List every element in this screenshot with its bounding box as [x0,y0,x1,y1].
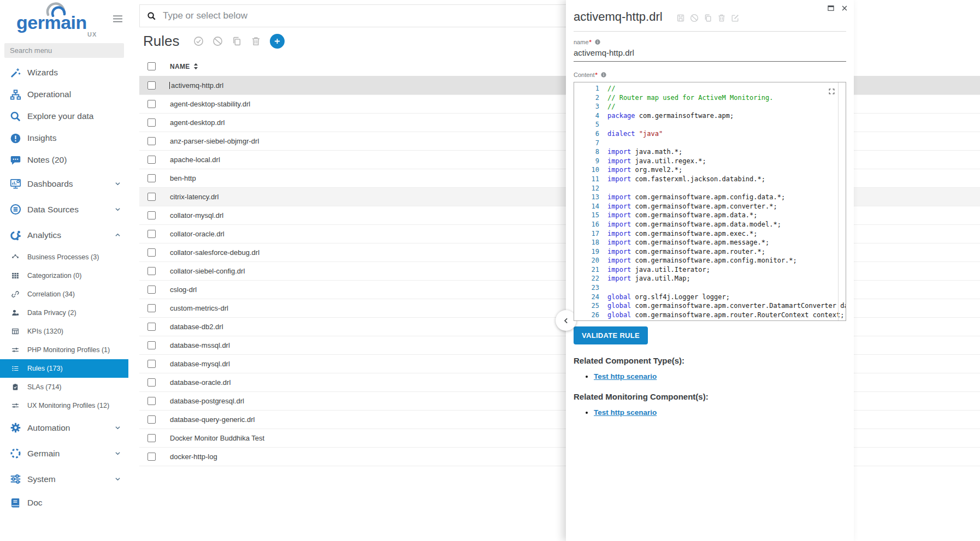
table-row[interactable]: database-query-generic.drl [139,411,980,429]
row-checkbox[interactable] [147,397,156,405]
table-row[interactable]: collator-salesforce-debug.drl [139,243,980,262]
sidebar-item-label: Notes (20) [27,155,67,165]
row-checkbox[interactable] [147,193,156,201]
sidebar-item-categorization-0[interactable]: Categorization (0) [0,266,128,285]
sidebar-item-notes-20[interactable]: Notes (20) [0,149,128,171]
sidebar-search-input[interactable] [4,43,124,58]
ban-icon[interactable] [212,36,223,46]
table-row[interactable]: docker-http-log [139,448,980,466]
sidebar-item-dashboards[interactable]: Dashboards [0,171,128,197]
sidebar-item-label: SLAs (714) [27,383,62,391]
maximize-icon[interactable] [827,4,835,12]
sidebar-item-operational[interactable]: Operational [0,84,128,105]
row-checkbox[interactable] [147,211,156,219]
copy-icon[interactable] [232,36,242,46]
sidebar-item-explore-your-data[interactable]: Explore your data [0,105,128,127]
column-header-name[interactable]: NAME [170,63,190,70]
row-checkbox[interactable] [147,248,156,257]
edit-icon[interactable] [731,14,740,22]
related-link[interactable]: Test http scenario [594,408,657,417]
row-checkbox[interactable] [147,156,156,164]
add-rule-button[interactable] [270,34,285,49]
sidebar-item-insights[interactable]: Insights [0,127,128,149]
table-row[interactable]: database-oracle.drl [139,373,980,392]
name-field-input[interactable] [574,45,846,62]
row-checkbox[interactable] [147,230,156,238]
editor-scrollbar[interactable] [838,82,839,320]
sidebar-item-correlation-34[interactable]: Correlation (34) [0,285,128,304]
circle-check-icon[interactable] [193,36,204,46]
row-checkbox[interactable] [147,286,156,294]
table-row[interactable]: database-mssql.drl [139,336,980,355]
required-asterisk: * [595,72,598,78]
info-icon[interactable] [600,72,607,78]
rule-name: Docker Monitor Buddhika Test [170,434,264,442]
fullscreen-icon[interactable] [828,88,835,95]
sort-icon[interactable] [193,63,198,70]
sidebar-item-analytics[interactable]: Analytics [0,222,128,248]
trash-icon[interactable] [251,36,261,46]
row-checkbox[interactable] [147,378,156,387]
related-link[interactable]: Test http scenario [594,372,657,381]
sidebar-item-automation[interactable]: Automation [0,415,128,441]
row-checkbox[interactable] [147,415,156,424]
table-row[interactable]: collator-oracle.drl [139,225,980,243]
sidebar-item-slas-714[interactable]: SLAs (714) [0,378,128,396]
row-checkbox[interactable] [147,267,156,275]
table-row[interactable]: ben-http [139,169,980,188]
save-icon[interactable] [676,14,685,22]
table-row[interactable]: citrix-latency.drl [139,188,980,206]
row-checkbox[interactable] [147,323,156,331]
code-editor[interactable]: 1//2// Router map used for ActiveM Monit… [574,82,846,321]
sidebar-item-doc[interactable]: Doc [0,492,128,514]
table-row[interactable]: cslog-drl [139,281,980,299]
row-checkbox[interactable] [147,174,156,182]
table-row[interactable]: collator-siebel-config.drl [139,262,980,281]
copy-icon[interactable] [704,14,712,22]
row-checkbox[interactable] [147,453,156,461]
row-checkbox[interactable] [147,118,156,127]
close-icon[interactable] [841,4,848,12]
sidebar-item-wizards[interactable]: Wizards [0,62,128,84]
table-row[interactable]: agent-desktop.drl [139,114,980,132]
row-checkbox[interactable] [147,341,156,349]
sidebar-item-label: Germain [27,449,60,459]
hamburger-menu-icon[interactable] [113,15,123,23]
sidebar-item-rules-173[interactable]: Rules (173) [0,359,128,378]
row-checkbox[interactable] [147,304,156,312]
code-line: 19import com.germainsoftware.apm.router.… [574,247,846,257]
sidebar-item-data-sources[interactable]: Data Sources [0,197,128,222]
code-line: 27 [574,319,846,321]
row-checkbox[interactable] [147,434,156,442]
row-checkbox[interactable] [147,137,156,145]
comment-icon [8,154,22,166]
table-row[interactable]: collator-mysql.drl [139,206,980,225]
sidebar-item-ux-monitoring-profiles-12[interactable]: UX Monitoring Profiles (12) [0,396,128,415]
sidebar-item-germain[interactable]: Germain [0,441,128,466]
validate-rule-button[interactable]: VALIDATE RULE [574,326,648,344]
table-row[interactable]: anz-parser-siebel-objmgr-drl [139,132,980,151]
filter-input[interactable] [163,10,569,21]
sidebar-item-php-monitoring-profiles-1[interactable]: PHP Monitoring Profiles (1) [0,341,128,359]
sidebar-item-system[interactable]: System [0,466,128,492]
row-checkbox[interactable] [147,360,156,368]
sidebar-item-business-processes-3[interactable]: Business Processes (3) [0,248,128,266]
table-row[interactable]: apache-local.drl [139,151,980,169]
trash-icon[interactable] [717,14,726,22]
chevron-up-icon [114,231,121,239]
row-checkbox[interactable] [147,100,156,108]
rule-name: activemq-http.drl [171,81,223,90]
table-row[interactable]: activemq-http.drl [139,76,980,95]
sla-icon [8,381,22,393]
sidebar-item-data-privacy-2[interactable]: Data Privacy (2) [0,304,128,322]
sidebar-item-kpis-1320[interactable]: KPIs (1320) [0,322,128,341]
row-checkbox[interactable] [147,81,156,90]
table-row[interactable]: database-postgresql.drl [139,392,980,411]
select-all-checkbox[interactable] [147,62,156,70]
table-row[interactable]: database-mysql.drl [139,355,980,373]
table-row[interactable]: Docker Monitor Buddhika Test [139,429,980,448]
ban-icon[interactable] [690,14,699,22]
info-icon[interactable] [594,39,601,45]
code-line: 4package com.germainsoftware.apm; [574,111,846,121]
table-row[interactable]: agent-desktop-stability.drl [139,95,980,114]
